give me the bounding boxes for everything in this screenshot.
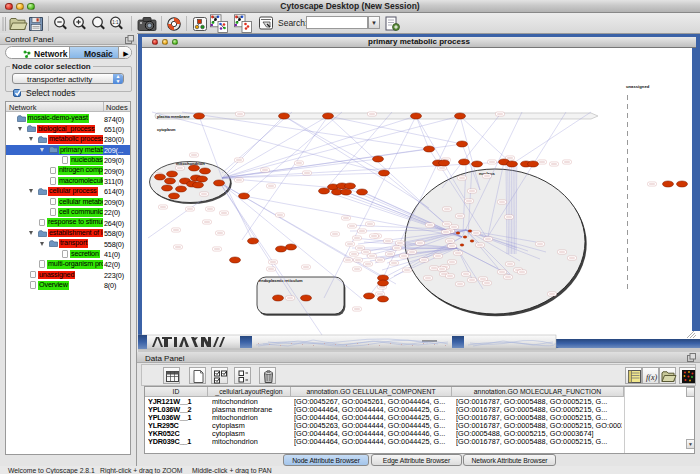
svg-text:f(x): f(x) [646,373,657,382]
svg-text:1:1: 1:1 [112,20,119,25]
svg-text:unassigned: unassigned [626,84,650,89]
svg-text:cytoplasm: cytoplasm [157,127,176,132]
